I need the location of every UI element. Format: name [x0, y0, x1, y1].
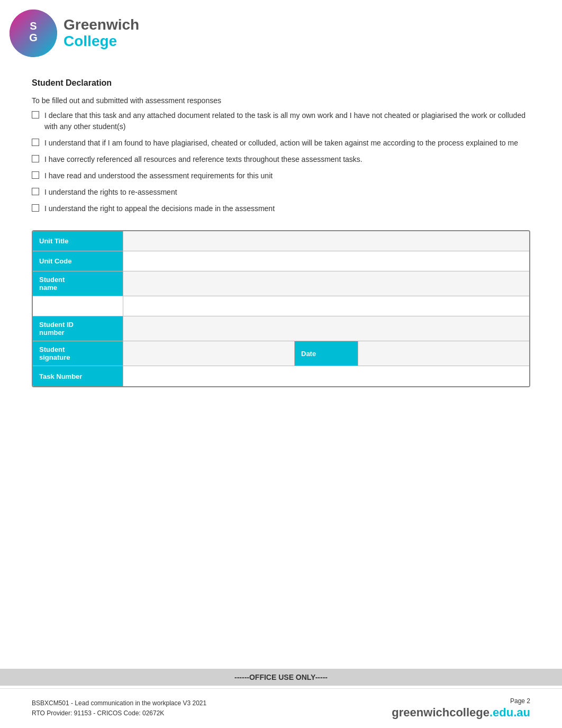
declaration-text-2: I understand that if I am found to have … — [44, 138, 518, 149]
checkbox-2[interactable] — [32, 139, 39, 146]
input-student-name[interactable] — [129, 280, 524, 288]
office-use-banner: ------OFFICE USE ONLY----- — [0, 669, 562, 686]
field-student-name[interactable] — [123, 271, 529, 296]
footer-right: Page 2 greenwichcollege.edu.au — [392, 697, 530, 720]
header: S G Greenwich College — [0, 0, 562, 62]
field-unit-title[interactable] — [123, 231, 529, 251]
label-student-id: Student IDnumber — [33, 316, 123, 341]
input-student-id[interactable] — [129, 325, 524, 333]
checkbox-3[interactable] — [32, 155, 39, 162]
declaration-text-4: I have read and understood the assessmen… — [44, 170, 273, 181]
field-unit-code[interactable] — [123, 251, 529, 271]
input-date[interactable] — [364, 345, 524, 353]
logo-sub-text: College — [64, 33, 139, 50]
footer-doc-line1: BSBXCM501 - Lead communication in the wo… — [32, 698, 206, 708]
field-date[interactable] — [358, 341, 529, 366]
declaration-text-6: I understand the right to appeal the dec… — [44, 203, 275, 214]
declaration-item-6: I understand the right to appeal the dec… — [32, 203, 530, 214]
footer-left: BSBXCM501 - Lead communication in the wo… — [32, 698, 206, 718]
form-row-student-name-2 — [33, 296, 529, 316]
main-content: Student Declaration To be filled out and… — [0, 62, 562, 398]
declaration-item-2: I understand that if I am found to have … — [32, 138, 530, 149]
form-row-signature: Studentsignature Date — [33, 341, 529, 366]
declaration-text-5: I understand the rights to re-assessment — [44, 187, 177, 198]
logo-area: S G Greenwich College — [10, 10, 139, 57]
checkbox-1[interactable] — [32, 111, 39, 119]
form-row-unit-title: Unit Title — [33, 231, 529, 251]
logo-circle: S G — [10, 10, 57, 57]
form-row-unit-code: Unit Code — [33, 251, 529, 271]
brand-normal: greenwichcollege — [392, 706, 490, 719]
label-student-name: Studentname — [33, 271, 123, 296]
form-row-task-number: Task Number — [33, 366, 529, 386]
brand-colored: .edu.au — [490, 706, 530, 719]
checkbox-4[interactable] — [32, 171, 39, 179]
declaration-item-4: I have read and understood the assessmen… — [32, 170, 530, 181]
intro-text: To be filled out and submitted with asse… — [32, 96, 530, 105]
label-date: Date — [294, 341, 358, 366]
declaration-text-1: I declare that this task and any attache… — [44, 110, 530, 132]
footer-page: Page 2 — [392, 697, 530, 705]
page-container: S G Greenwich College Student Declaratio… — [0, 0, 562, 728]
footer-brand: greenwichcollege.edu.au — [392, 706, 530, 720]
logo-main-text: Greenwich — [64, 17, 139, 33]
form-row-student-name: Studentname — [33, 271, 529, 296]
field-student-signature[interactable] — [123, 341, 294, 366]
footer: BSBXCM501 - Lead communication in the wo… — [0, 688, 562, 728]
form-row-student-id: Student IDnumber — [33, 316, 529, 341]
svg-text:G: G — [29, 32, 38, 43]
label-task-number: Task Number — [33, 366, 123, 386]
label-student-signature: Studentsignature — [33, 341, 123, 366]
section-title: Student Declaration — [32, 78, 530, 88]
declaration-text-3: I have correctly referenced all resource… — [44, 154, 362, 165]
input-student-name-2[interactable] — [129, 302, 524, 310]
logo-text: Greenwich College — [64, 17, 139, 50]
declaration-item-1: I declare that this task and any attache… — [32, 110, 530, 132]
declaration-item-3: I have correctly referenced all resource… — [32, 154, 530, 165]
label-unit-title: Unit Title — [33, 231, 123, 251]
declaration-item-5: I understand the rights to re-assessment — [32, 187, 530, 198]
input-task-number[interactable] — [129, 372, 524, 380]
input-unit-title[interactable] — [129, 237, 524, 245]
checkbox-6[interactable] — [32, 204, 39, 212]
input-unit-code[interactable] — [129, 257, 524, 265]
field-task-number[interactable] — [123, 366, 529, 386]
label-unit-code: Unit Code — [33, 251, 123, 271]
svg-text:S: S — [30, 20, 37, 32]
form-table: Unit Title Unit Code Studentname — [32, 230, 530, 387]
field-student-id[interactable] — [123, 316, 529, 341]
footer-doc-line2: RTO Provider: 91153 - CRICOS Code: 02672… — [32, 708, 206, 718]
input-student-signature[interactable] — [129, 345, 289, 353]
checkbox-5[interactable] — [32, 188, 39, 195]
office-use-label: ------OFFICE USE ONLY----- — [234, 673, 328, 681]
field-student-name-2[interactable] — [123, 296, 529, 316]
